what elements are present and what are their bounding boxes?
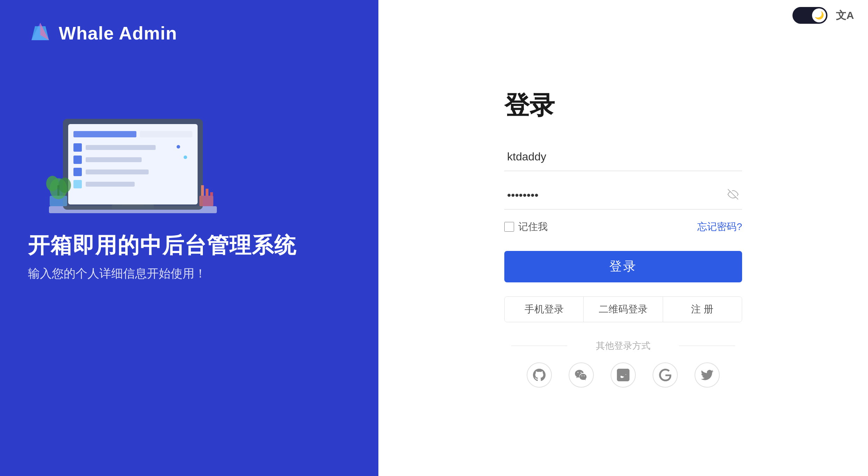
svg-rect-15: [86, 170, 149, 174]
svg-rect-10: [73, 143, 82, 152]
google-login-button[interactable]: [653, 362, 678, 388]
password-field: [504, 182, 742, 210]
right-panel: 登录 记住我 忘记密码? 登录: [378, 0, 868, 476]
svg-point-19: [184, 156, 187, 159]
alipay-login-button[interactable]: [611, 362, 636, 388]
svg-rect-9: [140, 131, 192, 137]
illustration-area: [28, 77, 273, 225]
svg-point-18: [177, 145, 180, 149]
toggle-circle: 🌙: [812, 8, 826, 22]
tagline-main: 开箱即用的中后台管理系统: [28, 231, 297, 260]
remember-checkbox[interactable]: [504, 222, 514, 232]
top-controls: 🌙 文A: [792, 7, 854, 24]
svg-rect-16: [73, 180, 82, 188]
svg-point-23: [58, 178, 71, 193]
wechat-login-button[interactable]: [569, 362, 594, 388]
register-tab[interactable]: 注 册: [663, 297, 742, 322]
form-options: 记住我 忘记密码?: [504, 220, 742, 233]
dark-mode-toggle[interactable]: 🌙: [792, 7, 827, 24]
svg-rect-17: [86, 182, 135, 187]
logo-area: Whale Admin: [28, 21, 177, 45]
username-field: [504, 143, 742, 171]
svg-point-22: [46, 176, 59, 191]
svg-rect-25: [199, 196, 213, 206]
svg-rect-11: [86, 145, 156, 150]
monitor-illustration: [28, 77, 238, 224]
github-login-button[interactable]: [527, 362, 552, 388]
login-button[interactable]: 登录: [504, 251, 742, 282]
username-input[interactable]: [504, 143, 742, 171]
moon-icon: 🌙: [814, 11, 824, 20]
remember-me-label[interactable]: 记住我: [504, 220, 548, 233]
login-title: 登录: [504, 89, 742, 122]
svg-rect-8: [73, 131, 136, 137]
toggle-password-icon[interactable]: [727, 189, 739, 203]
tagline-sub: 输入您的个人详细信息开始使用！: [28, 266, 206, 282]
svg-rect-26: [201, 185, 204, 196]
social-icons: [504, 362, 742, 388]
other-login-label: 其他登录方式: [504, 340, 742, 352]
svg-rect-14: [73, 168, 82, 176]
remember-text: 记住我: [518, 220, 548, 233]
twitter-login-button[interactable]: [695, 362, 720, 388]
app-title: Whale Admin: [59, 23, 177, 44]
login-form: 登录 记住我 忘记密码? 登录: [504, 68, 742, 409]
svg-rect-24: [57, 185, 59, 196]
forgot-password-link[interactable]: 忘记密码?: [697, 220, 742, 233]
alt-login-tabs: 手机登录 二维码登录 注 册: [504, 296, 742, 322]
qrcode-login-tab[interactable]: 二维码登录: [584, 297, 663, 322]
svg-rect-12: [73, 156, 82, 164]
password-input[interactable]: [504, 182, 742, 210]
svg-rect-28: [210, 192, 213, 196]
svg-rect-27: [206, 189, 208, 196]
logo-icon: [28, 21, 52, 45]
language-button[interactable]: 文A: [836, 8, 854, 23]
svg-rect-13: [86, 157, 142, 162]
phone-login-tab[interactable]: 手机登录: [505, 297, 584, 322]
